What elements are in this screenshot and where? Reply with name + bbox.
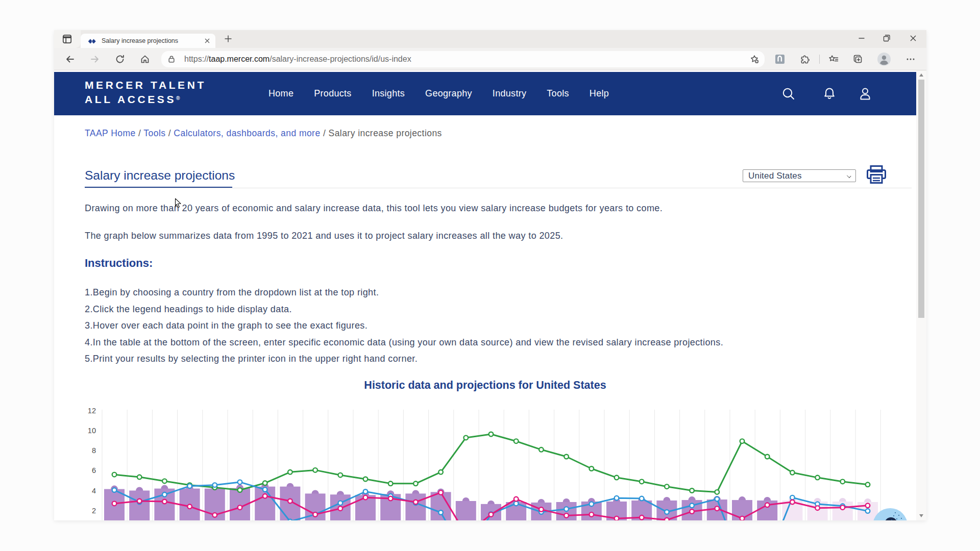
svg-text:2: 2 (92, 507, 96, 515)
svg-text:6: 6 (92, 466, 96, 474)
svg-text:4: 4 (92, 487, 96, 495)
svg-text:8: 8 (92, 446, 96, 455)
svg-text:12: 12 (88, 407, 96, 415)
svg-text:10: 10 (88, 427, 96, 435)
